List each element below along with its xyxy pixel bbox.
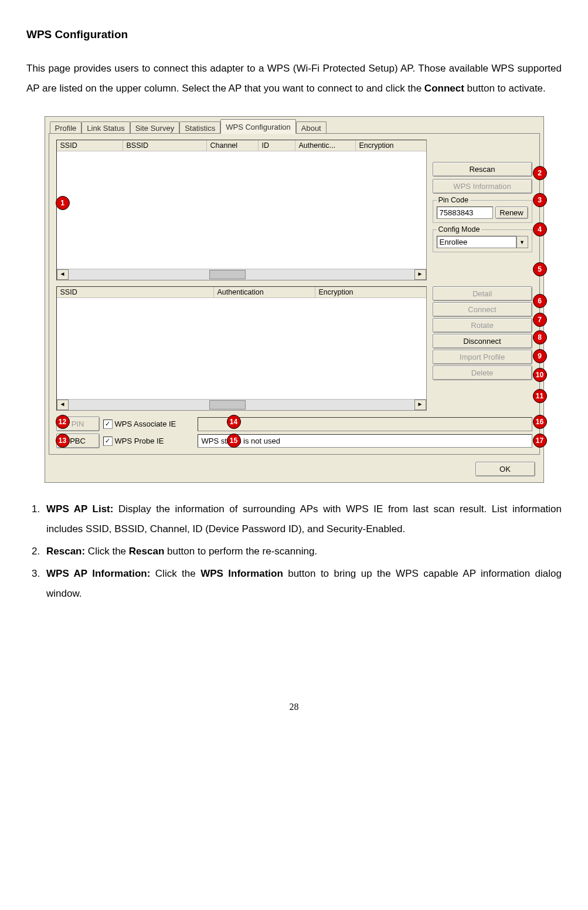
scroll-right-icon[interactable]: ►: [414, 400, 426, 410]
wps-information-button[interactable]: WPS Information: [433, 179, 532, 194]
col-authentic[interactable]: Authentic...: [295, 140, 356, 151]
callout-4: 4: [533, 222, 547, 236]
item3-mid: Click the: [150, 568, 200, 579]
config-mode-group: Config Mode Enrollee ▼: [433, 225, 532, 252]
tab-statistics[interactable]: Statistics: [179, 121, 220, 134]
list-item: Rescan: Click the Rescan button to perfo…: [43, 542, 562, 561]
delete-button[interactable]: Delete: [433, 366, 532, 380]
upper-side-column: Rescan WPS Information Pin Code 75883843…: [433, 140, 532, 280]
item1-lead: WPS AP List:: [46, 503, 113, 515]
item3-lead: WPS AP Information:: [46, 568, 150, 579]
profile-list-header: SSID Authentication Encryption: [57, 287, 426, 298]
lower-side-column: Detail Connect Rotate Disconnect Import …: [433, 286, 532, 411]
item2-mid: Click the: [85, 546, 129, 557]
callout-14: 14: [227, 415, 241, 429]
col-encryption[interactable]: Encryption: [356, 140, 426, 151]
ap-list-scrollbar[interactable]: ◄ ►: [57, 269, 426, 280]
ap-list-body[interactable]: [57, 151, 426, 269]
item2-bold: Rescan: [129, 546, 164, 557]
checkbox-icon: ✓: [103, 420, 113, 429]
page-number: 28: [26, 698, 562, 716]
col-channel[interactable]: Channel: [207, 140, 259, 151]
scroll-left-icon[interactable]: ◄: [57, 269, 69, 280]
scroll-left-icon[interactable]: ◄: [57, 400, 69, 410]
callout-17: 17: [533, 434, 547, 448]
tab-wps-configuration[interactable]: WPS Configuration: [220, 119, 296, 134]
wps-ap-list[interactable]: SSID BSSID Channel ID Authentic... Encry…: [56, 140, 427, 280]
chevron-down-icon[interactable]: ▼: [516, 236, 528, 248]
description-list: WPS AP List: Display the information of …: [26, 499, 562, 604]
wps-associate-label: WPS Associate IE: [115, 420, 176, 428]
callout-11: 11: [533, 389, 547, 403]
config-mode-label: Config Mode: [437, 225, 482, 234]
pcol-encryption[interactable]: Encryption: [315, 287, 426, 297]
callout-6: 6: [533, 294, 547, 308]
pin-code-group: Pin Code 75883843 Renew: [433, 196, 532, 223]
callout-10: 10: [533, 368, 547, 382]
wps-associate-checkbox[interactable]: ✓ WPS Associate IE: [103, 420, 194, 429]
tab-profile[interactable]: Profile: [50, 121, 82, 134]
checkbox-icon: ✓: [103, 437, 113, 446]
config-mode-value: Enrollee: [437, 236, 516, 248]
callout-12: 12: [56, 415, 70, 429]
rescan-button[interactable]: Rescan: [433, 162, 532, 177]
callout-9: 9: [533, 349, 547, 363]
ok-button[interactable]: OK: [475, 462, 535, 476]
pin-code-field[interactable]: 75883843: [437, 207, 493, 219]
tab-panel: SSID BSSID Channel ID Authentic... Encry…: [49, 133, 540, 455]
callout-3: 3: [533, 193, 547, 207]
wps-dialog: Profile Link Status Site Survey Statisti…: [45, 116, 544, 483]
callout-1: 1: [56, 196, 70, 210]
callout-5: 5: [533, 262, 547, 276]
tab-site-survey[interactable]: Site Survey: [130, 121, 179, 134]
detail-button[interactable]: Detail: [433, 286, 532, 301]
intro-bold: Connect: [424, 83, 464, 94]
pcol-authentication[interactable]: Authentication: [214, 287, 315, 297]
ap-list-header: SSID BSSID Channel ID Authentic... Encry…: [57, 140, 426, 151]
callout-2: 2: [533, 166, 547, 180]
tab-strip: Profile Link Status Site Survey Statisti…: [45, 119, 543, 134]
import-profile-button[interactable]: Import Profile: [433, 350, 532, 364]
connect-button[interactable]: Connect: [433, 302, 532, 317]
tab-link-status[interactable]: Link Status: [81, 121, 130, 134]
tab-about[interactable]: About: [296, 121, 327, 134]
scroll-thumb[interactable]: [209, 270, 246, 279]
scroll-thumb[interactable]: [209, 400, 246, 410]
profile-list-body[interactable]: [57, 298, 426, 399]
item3-bold: WPS Information: [200, 568, 283, 579]
wps-progress-bar: [198, 417, 532, 431]
callout-7: 7: [533, 313, 547, 327]
config-mode-dropdown[interactable]: Enrollee ▼: [437, 236, 528, 248]
list-item: WPS AP Information: Click the WPS Inform…: [43, 564, 562, 604]
callout-13: 13: [56, 434, 70, 448]
wps-status-field: WPS status is not used: [198, 434, 532, 448]
pcol-ssid[interactable]: SSID: [57, 287, 214, 297]
page-title: WPS Configuration: [26, 23, 562, 46]
list-item: WPS AP List: Display the information of …: [43, 499, 562, 539]
wps-profile-list[interactable]: SSID Authentication Encryption ◄ ►: [56, 286, 427, 411]
col-bssid[interactable]: BSSID: [123, 140, 207, 151]
item2-rest: button to perform the re-scanning.: [164, 546, 317, 557]
item2-lead: Rescan:: [46, 546, 85, 557]
callout-16: 16: [533, 415, 547, 429]
col-ssid[interactable]: SSID: [57, 140, 123, 151]
wps-probe-label: WPS Probe IE: [115, 437, 164, 445]
intro-text-b: button to activate.: [464, 83, 546, 94]
rotate-button[interactable]: Rotate: [433, 318, 532, 333]
wps-probe-checkbox[interactable]: ✓ WPS Probe IE: [103, 437, 194, 446]
callout-15: 15: [227, 434, 241, 448]
col-id[interactable]: ID: [259, 140, 295, 151]
profile-list-scrollbar[interactable]: ◄ ►: [57, 399, 426, 410]
callout-8: 8: [533, 330, 547, 344]
item1-rest: Display the information of surrounding A…: [46, 503, 562, 535]
intro-paragraph: This page provides users to connect this…: [26, 59, 562, 99]
disconnect-button[interactable]: Disconnect: [433, 334, 532, 349]
scroll-right-icon[interactable]: ►: [414, 269, 426, 280]
pin-code-label: Pin Code: [437, 196, 470, 204]
renew-button[interactable]: Renew: [495, 207, 528, 219]
